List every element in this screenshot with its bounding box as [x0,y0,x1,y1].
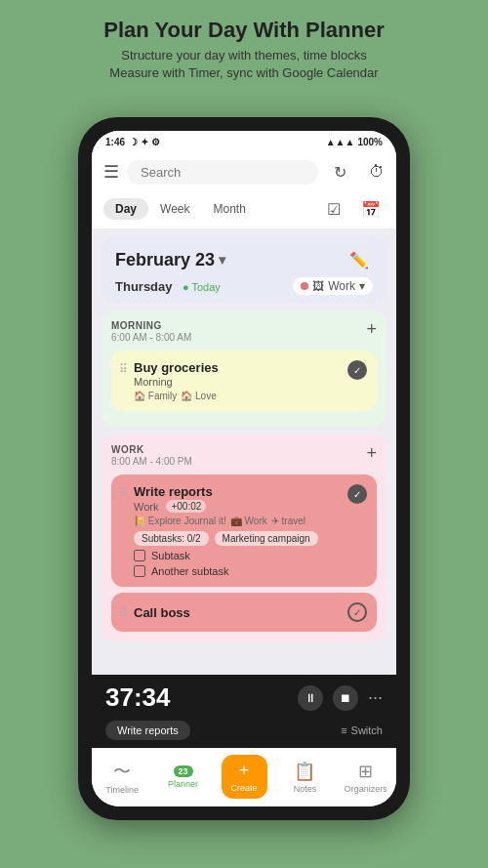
notes-label: Notes [294,784,317,794]
work-section-info: WORK 8:00 AM - 4:00 PM [111,444,192,467]
subtask-2-checkbox[interactable] [134,565,145,577]
morning-section: MORNING 6:00 AM - 8:00 AM + ⠿ Buy grocer… [102,310,386,427]
call-boss-card: ⠿ Call boss ✓ [111,593,377,632]
subtask-1: Subtask [134,550,342,561]
phone-frame: 1:46 ☽ ✦ ⚙ ▲▲▲ 100% ☰ ↻ ⏱ [78,117,410,820]
notes-icon: 📋 [294,761,315,782]
timer-pause-button[interactable]: ⏸ [298,685,323,711]
edit-icon[interactable]: ✏️ [346,246,373,273]
tag-love: 🏠 Love [181,391,216,401]
task-title: Buy groceries [134,360,342,375]
bottom-nav: 〜 Timeline 23 Planner + Create 📋 Notes [92,748,396,806]
morning-title: MORNING [111,320,191,331]
work-chevron: ▾ [359,279,365,293]
work-time: 8:00 AM - 4:00 PM [111,456,192,467]
tag-travel: ✈ travel [271,516,305,526]
task-timer-badge: +00:02 [166,500,206,513]
planner-badge: 23 [174,765,193,777]
write-reports-title: Write reports [134,484,213,499]
drag-handle[interactable]: ⠿ [119,362,128,376]
timer-stop-button[interactable]: ⏹ [333,685,358,711]
task-check-grocery[interactable]: ✓ [347,360,367,380]
nav-timeline[interactable]: 〜 Timeline [92,760,152,795]
task-sub: Morning [134,376,342,388]
marketing-badge: Marketing campaign [215,531,318,546]
organizers-icon: ⊞ [358,761,373,782]
task-tags: 🏠 Family 🏠 Love [134,391,342,401]
timer-controls: ⏸ ⏹ ··· [298,685,383,711]
work-dot [301,282,308,290]
subtask-count-badge: Subtasks: 0/2 [134,531,209,546]
write-reports-check[interactable]: ✓ [347,484,367,504]
task-content: Buy groceries Morning 🏠 Family 🏠 Love [134,360,342,401]
tag-family: 🏠 Family [134,391,177,401]
subtask-2: Another subtask [134,565,342,577]
nav-organizers[interactable]: ⊞ Organizers [336,761,396,794]
task-inner: ⠿ Buy groceries Morning 🏠 Family 🏠 Love … [119,360,367,401]
timer-display: 37:34 [105,682,171,713]
calendar-icon[interactable]: 📅 [357,195,385,223]
subtask-2-label: Another subtask [151,565,229,577]
subtask-1-checkbox[interactable] [134,550,145,561]
nav-notes[interactable]: 📋 Notes [274,761,335,794]
morning-add-button[interactable]: + [366,320,377,338]
call-boss-drag[interactable]: ⠿ [119,606,128,620]
refresh-icon[interactable]: ↻ [326,158,353,186]
search-input[interactable] [127,160,318,185]
buy-groceries-card: ⠿ Buy groceries Morning 🏠 Family 🏠 Love … [111,351,377,411]
write-reports-inner: ⠿ Write reports Work +00:02 [119,484,367,577]
status-left: 1:46 ☽ ✦ ⚙ [105,137,160,147]
switch-button[interactable]: ≡ Switch [341,724,383,736]
date-chevron[interactable]: ▾ [219,252,225,268]
timer-task-row: Write reports ≡ Switch [92,721,396,748]
planner-label: Planner [168,779,198,789]
menu-icon[interactable]: ☰ [103,161,119,183]
switch-icon: ≡ [341,724,346,736]
tab-month[interactable]: Month [201,198,257,220]
write-reports-tags: 📔 Explore Journal it! 💼 Work ✈ travel [134,516,342,526]
day-name: Thursday [115,279,173,294]
work-add-button[interactable]: + [366,444,377,462]
status-bar: 1:46 ☽ ✦ ⚙ ▲▲▲ 100% [92,131,396,152]
work-label: 🖼 [312,279,324,293]
timer-task-label[interactable]: Write reports [105,721,190,740]
morning-time: 6:00 AM - 8:00 AM [111,332,191,343]
day-info: Thursday ● Today [115,277,221,295]
timer-more-button[interactable]: ··· [368,687,383,708]
nav-planner[interactable]: 23 Planner [152,765,213,789]
status-time: 1:46 [105,137,125,147]
write-reports-drag[interactable]: ⠿ [119,486,128,500]
write-reports-content: Write reports Work +00:02 📔 Explore Jour… [134,484,342,577]
switch-label: Switch [351,724,383,736]
signal-icon: ▲▲▲ [326,137,355,147]
nav-create[interactable]: + Create [214,755,274,799]
timeline-icon: 〜 [113,760,131,783]
write-reports-card: ⠿ Write reports Work +00:02 [111,475,377,587]
phone-screen: 1:46 ☽ ✦ ⚙ ▲▲▲ 100% ☰ ↻ ⏱ [92,131,396,806]
tag-journal: 📔 Explore Journal it! [134,516,226,526]
tab-row: Day Week Month ☑ 📅 [92,191,396,228]
work-text: Work [328,279,355,293]
top-bar: ☰ ↻ ⏱ [92,152,396,191]
tab-day[interactable]: Day [103,198,148,220]
page-subtitle: Structure your day with themes, time blo… [20,47,468,82]
morning-section-header: MORNING 6:00 AM - 8:00 AM + [111,320,377,343]
subtask-1-label: Subtask [151,550,190,561]
date-header: February 23 ▾ ✏️ Thursday ● Today 🖼 [102,236,386,303]
timer-bar: 37:34 ⏸ ⏹ ··· [92,675,396,721]
work-badge[interactable]: 🖼 Work ▾ [293,277,373,295]
checklist-icon[interactable]: ☑ [320,195,347,223]
write-reports-sub: Work [134,501,158,513]
work-section: WORK 8:00 AM - 4:00 PM + ⠿ Write reports [102,434,386,641]
call-boss-check[interactable]: ✓ [347,602,367,622]
organizers-label: Organizers [345,784,387,794]
today-badge: ● Today [183,281,221,293]
top-bar-icons: ↻ ⏱ [326,158,390,186]
tab-group: Day Week Month [103,198,258,220]
morning-section-info: MORNING 6:00 AM - 8:00 AM [111,320,191,343]
status-icons: ☽ ✦ ⚙ [129,137,160,147]
tab-icons: ☑ 📅 [320,195,385,223]
tab-week[interactable]: Week [148,198,201,220]
timer-icon[interactable]: ⏱ [363,158,390,186]
work-section-header: WORK 8:00 AM - 4:00 PM + [111,444,377,467]
